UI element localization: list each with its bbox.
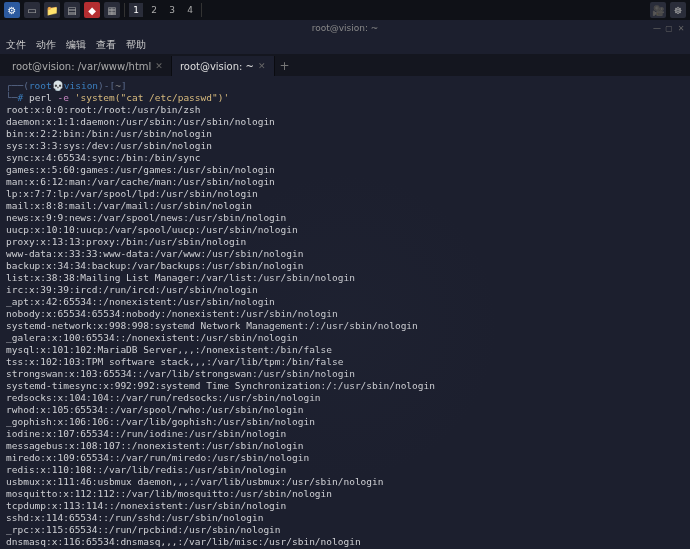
taskbar-separator	[201, 3, 202, 17]
menubar: 文件 动作 编辑 查看 帮助	[0, 36, 690, 54]
new-tab-button[interactable]: +	[275, 56, 295, 76]
taskbar-generic-icon[interactable]: ▦	[104, 2, 120, 18]
titlebar[interactable]: root@vision: ~ — ▢ ✕	[0, 20, 690, 36]
tabbar: root@vision: /var/www/html ✕ root@vision…	[0, 54, 690, 76]
workspace-3[interactable]: 3	[165, 3, 179, 17]
terminal-window: root@vision: ~ — ▢ ✕ 文件 动作 编辑 查看 帮助 root…	[0, 20, 690, 549]
close-button[interactable]: ✕	[676, 23, 686, 33]
taskbar: ⚙ ▭ 📁 ▤ ◆ ▦ 1 2 3 4 🎥 ☸	[0, 0, 690, 20]
app-menu-icon[interactable]: ⚙	[4, 2, 20, 18]
minimize-button[interactable]: —	[652, 23, 662, 33]
workspace-1[interactable]: 1	[129, 3, 143, 17]
menu-help[interactable]: 帮助	[126, 38, 146, 52]
terminal-output[interactable]: ┌──(root💀vision)-[~]└─# perl -e 'system(…	[0, 76, 690, 549]
workspace-2[interactable]: 2	[147, 3, 161, 17]
tab-label: root@vision: ~	[180, 61, 254, 72]
menu-action[interactable]: 动作	[36, 38, 56, 52]
close-icon[interactable]: ✕	[155, 61, 163, 71]
maximize-button[interactable]: ▢	[664, 23, 674, 33]
taskbar-app-icon[interactable]: ◆	[84, 2, 100, 18]
taskbar-terminal-icon[interactable]: ▭	[24, 2, 40, 18]
taskbar-editor-icon[interactable]: ▤	[64, 2, 80, 18]
window-title: root@vision: ~	[312, 23, 379, 33]
taskbar-files-icon[interactable]: 📁	[44, 2, 60, 18]
menu-file[interactable]: 文件	[6, 38, 26, 52]
tab-www[interactable]: root@vision: /var/www/html ✕	[4, 56, 172, 76]
close-icon[interactable]: ✕	[258, 61, 266, 71]
taskbar-separator	[124, 3, 125, 17]
tray-recorder-icon[interactable]: 🎥	[650, 2, 666, 18]
workspace-4[interactable]: 4	[183, 3, 197, 17]
menu-view[interactable]: 查看	[96, 38, 116, 52]
tab-label: root@vision: /var/www/html	[12, 61, 151, 72]
menu-edit[interactable]: 编辑	[66, 38, 86, 52]
tab-home[interactable]: root@vision: ~ ✕	[172, 56, 275, 76]
tray-helper-icon[interactable]: ☸	[670, 2, 686, 18]
